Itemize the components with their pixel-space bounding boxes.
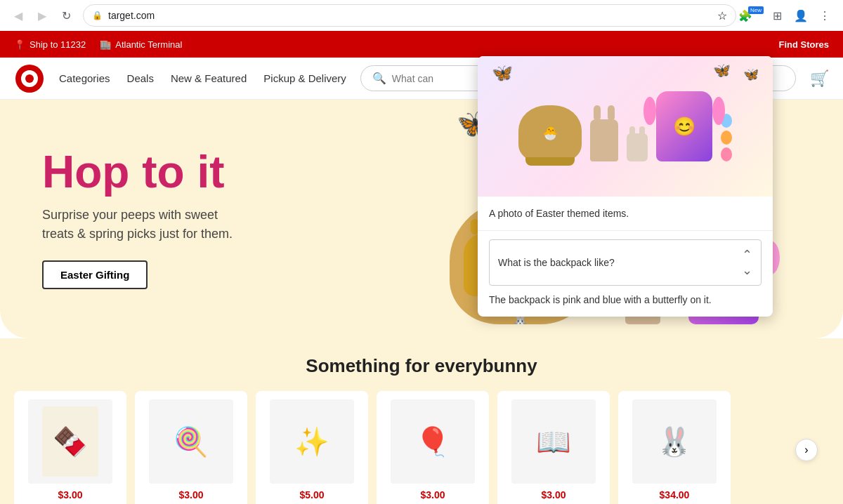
- back-button[interactable]: ◀: [8, 6, 28, 25]
- browser-actions: 🧩 New ⊞ 👤 ⋮: [743, 6, 835, 25]
- menu-button[interactable]: ⋮: [815, 6, 835, 25]
- product-price-1: $3.00: [58, 489, 82, 500]
- star-icon[interactable]: ☆: [717, 9, 727, 22]
- product-card-4[interactable]: 🎈 $3.00: [377, 391, 489, 504]
- profile-icon: 👤: [794, 9, 808, 22]
- product-image-6: 🐰: [632, 399, 717, 484]
- search-icon: 🔍: [372, 72, 386, 85]
- overlay-butterfly-2: 🦋: [713, 62, 731, 79]
- small-bunny-preview: [627, 133, 648, 161]
- wooden-bunny-preview: [590, 105, 618, 161]
- product-row: 🍫 $3.00 🍭 $3.00 ✨ $5.0: [14, 391, 829, 504]
- chevron-up-down-icon: ⌃⌄: [742, 247, 752, 278]
- overlay-dropdown[interactable]: What is the backpack like? ⌃⌄: [489, 239, 762, 286]
- product-card-6[interactable]: 🐰 $34.00: [618, 391, 731, 504]
- nav-new-featured[interactable]: New & Featured: [171, 72, 247, 84]
- overlay-butterfly-1: 🦋: [492, 63, 513, 83]
- url-display: target.com: [108, 10, 712, 21]
- nav-pickup-delivery[interactable]: Pickup & Delivery: [263, 72, 346, 84]
- overlay-answer: The backpack is pink and blue with a but…: [478, 294, 773, 317]
- sidebar-button[interactable]: ⊞: [767, 6, 787, 25]
- basket-preview: 🐣: [518, 105, 582, 161]
- find-stores-container: Find Stores: [778, 39, 829, 50]
- nav-buttons: ◀ ▶ ↻: [8, 6, 76, 25]
- nav-deals[interactable]: Deals: [127, 72, 154, 84]
- backpack-preview: 😊: [656, 91, 712, 161]
- top-banner: 📍 Ship to 11232 🏬 Atlantic Terminal Find…: [0, 31, 843, 58]
- product-row-container: 🍫 $3.00 🍭 $3.00 ✨ $5.0: [14, 391, 829, 504]
- product-image-4: 🎈: [391, 399, 475, 484]
- store-info: 🏬 Atlantic Terminal: [100, 39, 182, 50]
- section-title: Something for everybunny: [14, 355, 829, 377]
- product-price-4: $3.00: [420, 489, 445, 500]
- easter-gifting-button[interactable]: Easter Gifting: [42, 260, 148, 289]
- product-card-3[interactable]: ✨ $5.00: [256, 391, 368, 504]
- svg-point-2: [25, 74, 34, 83]
- profile-button[interactable]: 👤: [791, 6, 811, 25]
- hero-subtitle: Surprise your peeps with sweet treats & …: [42, 206, 253, 244]
- browser-toolbar: ◀ ▶ ↻ 🔒 target.com ☆ 🧩 New ⊞ 👤 ⋮: [0, 0, 843, 31]
- target-site: 📍 Ship to 11232 🏬 Atlantic Terminal Find…: [0, 31, 843, 504]
- location-icon: 📍: [14, 39, 25, 50]
- product-image-1: 🍫: [28, 399, 112, 484]
- store-icon: 🏬: [100, 39, 111, 50]
- address-bar[interactable]: 🔒 target.com ☆: [83, 4, 736, 27]
- overlay-description: A photo of Easter themed items.: [478, 197, 773, 231]
- everybunny-section: Something for everybunny 🍫 $3.00 🍭: [0, 338, 843, 504]
- product-image-2: 🍭: [149, 399, 233, 484]
- forward-button[interactable]: ▶: [32, 6, 52, 25]
- product-price-3: $5.00: [299, 489, 324, 500]
- overlay-dropdown-label: What is the backpack like?: [498, 257, 615, 268]
- cart-icon[interactable]: 🛒: [810, 69, 829, 88]
- accessibility-overlay: 🐣 😊: [478, 56, 773, 317]
- target-logo[interactable]: [14, 63, 45, 94]
- product-price-6: $34.00: [660, 489, 690, 500]
- ship-text: Ship to 11232: [30, 39, 86, 50]
- reload-button[interactable]: ↻: [56, 6, 76, 25]
- scroll-right-button[interactable]: ›: [795, 439, 818, 461]
- product-image-3: ✨: [270, 399, 354, 484]
- hero-title: Hop to it: [42, 150, 253, 194]
- ship-info: 📍 Ship to 11232: [14, 39, 86, 50]
- find-stores-button[interactable]: Find Stores: [778, 39, 829, 50]
- overlay-image: 🐣 😊: [478, 56, 773, 197]
- hero-content: Hop to it Surprise your peeps with sweet…: [0, 121, 295, 317]
- lock-icon: 🔒: [92, 11, 103, 20]
- browser-chrome: ◀ ▶ ↻ 🔒 target.com ☆ 🧩 New ⊞ 👤 ⋮: [0, 0, 843, 31]
- store-text: Atlantic Terminal: [115, 39, 182, 50]
- product-card-5[interactable]: 📖 $3.00: [497, 391, 610, 504]
- main-nav: Categories Deals New & Featured Pickup &…: [59, 72, 346, 84]
- product-image-5: 📖: [511, 399, 596, 484]
- product-card-2[interactable]: 🍭 $3.00: [135, 391, 247, 504]
- new-badge: New: [748, 6, 764, 14]
- overlay-butterfly-3: 🦋: [743, 67, 759, 82]
- product-price-2: $3.00: [178, 489, 203, 500]
- nav-categories[interactable]: Categories: [59, 72, 110, 84]
- product-card-1[interactable]: 🍫 $3.00: [14, 391, 126, 504]
- extensions-button[interactable]: 🧩 New: [743, 6, 763, 25]
- product-price-5: $3.00: [541, 489, 566, 500]
